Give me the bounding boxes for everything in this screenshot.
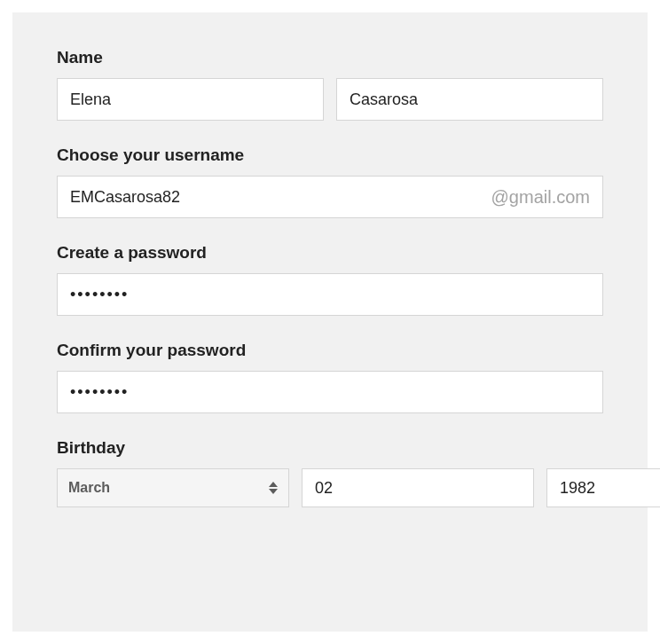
confirm-label: Confirm your password [57, 341, 603, 360]
name-group: Name [57, 48, 603, 121]
username-label: Choose your username [57, 145, 603, 165]
password-group: Create a password [57, 243, 603, 316]
name-label: Name [57, 48, 603, 67]
birthday-group: Birthday March [57, 438, 603, 507]
month-value: March [68, 480, 110, 496]
username-input[interactable] [70, 177, 491, 217]
username-wrapper[interactable]: @gmail.com [57, 176, 603, 218]
username-group: Choose your username @gmail.com [57, 145, 603, 218]
password-input[interactable] [57, 273, 603, 316]
sort-arrows-icon [269, 482, 278, 494]
confirm-group: Confirm your password [57, 341, 603, 413]
month-select[interactable]: March [57, 468, 289, 507]
signup-form: Name Choose your username @gmail.com Cre… [12, 12, 648, 632]
username-suffix: @gmail.com [491, 187, 590, 208]
year-input[interactable] [546, 468, 660, 507]
first-name-input[interactable] [57, 78, 324, 121]
birthday-label: Birthday [57, 438, 603, 458]
day-input[interactable] [302, 468, 534, 507]
name-row [57, 78, 603, 121]
last-name-input[interactable] [336, 78, 603, 121]
password-label: Create a password [57, 243, 603, 263]
confirm-password-input[interactable] [57, 371, 603, 413]
birthday-row: March [57, 468, 603, 507]
